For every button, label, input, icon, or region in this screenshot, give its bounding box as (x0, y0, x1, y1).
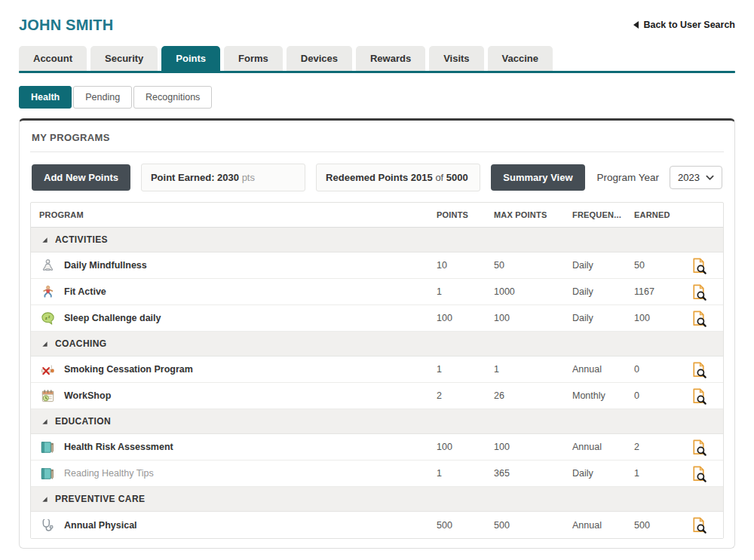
frequency-cell: Daily (572, 468, 634, 479)
tab-devices[interactable]: Devices (287, 46, 352, 71)
program-cell: Health Risk Assessment (31, 439, 437, 455)
group-label: COACHING (55, 338, 107, 349)
frequency-cell: Daily (572, 260, 634, 271)
table-row: Annual Physical 500 500 Annual 500 (31, 512, 723, 538)
sleep-icon (39, 310, 56, 326)
chevron-down-icon (706, 175, 714, 181)
document-search-icon (690, 387, 707, 405)
collapse-triangle-icon (41, 341, 48, 347)
redeemed-of: of (435, 172, 443, 183)
column-header-max-points: MAX POINTS (494, 210, 572, 219)
book-icon (39, 465, 56, 482)
view-details-button[interactable] (690, 310, 707, 327)
column-header-points: POINTS (437, 210, 494, 219)
page-title: JOHN SMITH (19, 17, 113, 34)
group-header-row[interactable]: ACTIVITIES (31, 228, 723, 252)
table-row: Sleep Challenge daily 100 100 Daily 100 (31, 305, 723, 332)
view-details-button[interactable] (690, 439, 707, 456)
points-earned-unit: pts (242, 172, 255, 183)
action-cell (690, 283, 723, 301)
view-details-button[interactable] (690, 516, 707, 534)
earned-cell: 1167 (634, 286, 690, 297)
document-search-icon (690, 439, 707, 456)
program-cell: Annual Physical (31, 517, 437, 534)
frequency-cell: Annual (572, 364, 634, 375)
view-details-button[interactable] (690, 465, 707, 482)
frequency-cell: Daily (572, 313, 634, 323)
tab-visits[interactable]: Visits (429, 46, 483, 71)
document-search-icon (690, 283, 707, 301)
back-to-user-search-link[interactable]: Back to User Search (633, 20, 735, 30)
points-cell: 1 (437, 468, 494, 479)
program-cell: Fit Active (31, 283, 437, 300)
action-cell (690, 439, 723, 456)
table-row: Smoking Cessation Program 1 1 Annual 0 (31, 357, 723, 383)
collapse-triangle-icon (41, 418, 48, 425)
group-header-row[interactable]: COACHING (31, 332, 723, 357)
tab-rewards[interactable]: Rewards (356, 46, 425, 71)
program-cell: Reading Healthy Tips (31, 465, 437, 482)
earned-cell: 0 (634, 364, 690, 375)
document-search-icon (690, 516, 707, 534)
program-name: Sleep Challenge daily (64, 313, 161, 323)
my-programs-panel: MY PROGRAMS Add New Points Point Earned:… (19, 118, 735, 549)
back-link-label: Back to User Search (643, 20, 735, 30)
max-points-cell: 1000 (494, 286, 572, 297)
group-label: ACTIVITIES (55, 234, 108, 245)
earned-cell: 50 (634, 260, 690, 271)
program-name: Daily Mindfullness (64, 260, 147, 271)
group-header-row[interactable]: PREVENTIVE CARE (31, 487, 723, 512)
program-name: Health Risk Assessment (64, 442, 173, 452)
earned-cell: 1 (634, 468, 690, 479)
max-points-cell: 500 (494, 520, 572, 531)
tab-forms[interactable]: Forms (224, 46, 283, 71)
tab-account[interactable]: Account (19, 46, 87, 71)
action-cell (690, 361, 723, 378)
action-cell (690, 516, 723, 534)
tab-security[interactable]: Security (90, 46, 158, 71)
max-points-cell: 1 (494, 364, 572, 375)
view-details-button[interactable] (690, 257, 707, 274)
topbar: JOHN SMITH Back to User Search (19, 0, 735, 34)
subtab-pending[interactable]: Pending (73, 86, 132, 109)
summary-view-button[interactable]: Summary View (491, 164, 584, 191)
action-cell (690, 465, 723, 482)
collapse-triangle-icon (41, 496, 48, 503)
view-details-button[interactable] (690, 361, 707, 378)
sub-tabs: Health Pending Recognitions (19, 86, 735, 109)
program-cell: Daily Mindfullness (31, 257, 437, 274)
table-header-row: PROGRAM POINTS MAX POINTS FREQUEN... EAR… (31, 203, 723, 228)
redeemed-label: Redeemed Points (326, 172, 408, 183)
add-new-points-button[interactable]: Add New Points (32, 164, 130, 191)
program-cell: Smoking Cessation Program (31, 361, 437, 378)
max-points-cell: 100 (494, 313, 572, 323)
toolbar: Add New Points Point Earned: 2030 pts Re… (32, 164, 722, 191)
table-row: Reading Healthy Tips 1 365 Daily 1 (31, 461, 723, 487)
program-year-select[interactable]: 2023 (670, 166, 722, 189)
subtab-health[interactable]: Health (19, 86, 72, 109)
group-label: EDUCATION (55, 416, 111, 427)
program-year-label: Program Year (597, 172, 660, 183)
tab-vaccine[interactable]: Vaccine (488, 46, 553, 71)
tab-points[interactable]: Points (161, 46, 220, 71)
action-cell (690, 257, 723, 274)
view-details-button[interactable] (690, 387, 707, 405)
group-header-row[interactable]: EDUCATION (31, 409, 723, 434)
redeemed-points-box: Redeemed Points 2015 of 5000 (316, 164, 480, 191)
table-row: Health Risk Assessment 100 100 Annual 2 (31, 434, 723, 461)
max-points-cell: 50 (494, 260, 572, 271)
meditation-icon (39, 257, 56, 274)
points-cell: 100 (437, 442, 494, 452)
earned-cell: 100 (634, 313, 690, 323)
redeemed-value: 2015 (411, 172, 433, 183)
max-points-cell: 26 (494, 390, 572, 401)
table-body: ACTIVITIES Daily Mindfullness 10 50 Dail… (31, 228, 723, 538)
frequency-cell: Annual (572, 520, 634, 531)
points-cell: 1 (437, 286, 494, 297)
points-earned-label: Point Earned: (151, 172, 215, 183)
view-details-button[interactable] (690, 283, 707, 301)
points-cell: 10 (437, 260, 494, 271)
frequency-cell: Annual (572, 442, 634, 452)
redeemed-max: 5000 (446, 172, 468, 183)
subtab-recognitions[interactable]: Recognitions (133, 86, 212, 109)
